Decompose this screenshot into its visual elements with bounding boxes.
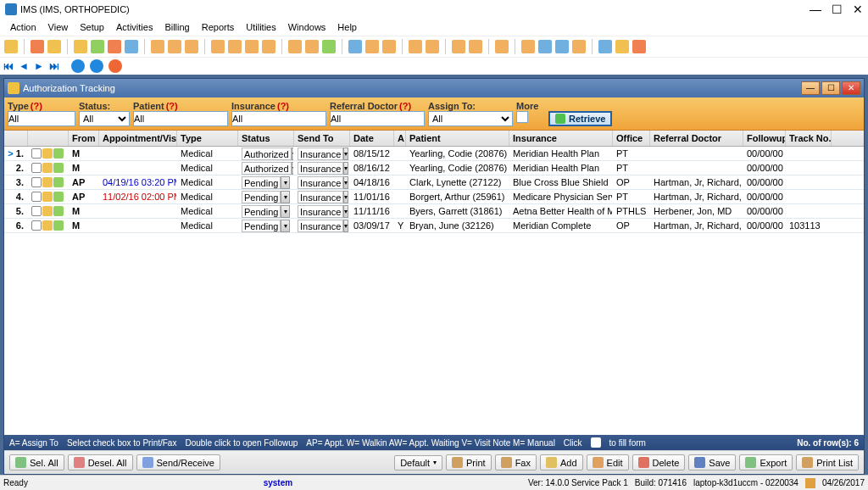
- patient-select[interactable]: [133, 111, 228, 126]
- tb-icon[interactable]: [168, 40, 181, 53]
- col-patient[interactable]: Patient: [406, 131, 509, 146]
- tb-icon[interactable]: [4, 40, 18, 53]
- sendto-dropdown[interactable]: ▾: [343, 205, 348, 218]
- menu-reports[interactable]: Reports: [197, 20, 240, 34]
- status-dropdown[interactable]: ▾: [281, 205, 290, 218]
- menu-windows[interactable]: Windows: [283, 20, 331, 34]
- select-all-button[interactable]: Sel. All: [9, 454, 64, 471]
- tb-icon[interactable]: [555, 40, 569, 53]
- stop-icon[interactable]: [108, 59, 122, 73]
- tb-icon[interactable]: [262, 40, 275, 53]
- note-icon[interactable]: [42, 177, 53, 187]
- tb-icon[interactable]: [382, 40, 396, 53]
- action-icon[interactable]: [53, 192, 64, 202]
- export-button[interactable]: Export: [739, 454, 793, 471]
- send-receive-button[interactable]: Send/Receive: [136, 454, 221, 471]
- status-dropdown[interactable]: ▾: [281, 191, 290, 203]
- menu-activities[interactable]: Activities: [111, 20, 158, 34]
- tb-icon[interactable]: [365, 40, 379, 53]
- maximize-button[interactable]: ☐: [832, 3, 843, 16]
- note-icon[interactable]: [42, 163, 53, 173]
- row-checkbox[interactable]: [31, 206, 42, 216]
- tb-icon[interactable]: [469, 40, 482, 53]
- add-button[interactable]: Add: [540, 454, 583, 471]
- tb-icon[interactable]: [125, 40, 138, 53]
- sendto-dropdown[interactable]: ▾: [343, 148, 348, 160]
- action-icon[interactable]: [53, 148, 64, 159]
- tb-icon[interactable]: [245, 40, 259, 53]
- tb-icon[interactable]: [74, 40, 87, 53]
- table-row[interactable]: 5.MMedicalPending▾Insurance▾11/11/16Byer…: [4, 204, 864, 219]
- col-trackno[interactable]: Track No.: [786, 131, 832, 146]
- nav-first-icon[interactable]: ⏮: [3, 60, 14, 72]
- tb-icon[interactable]: [538, 40, 552, 53]
- table-row[interactable]: > 1.MMedicalAuthorized▾Insurance▾08/15/1…: [4, 147, 864, 161]
- menu-utilities[interactable]: Utilities: [241, 20, 281, 34]
- tb-icon[interactable]: [91, 40, 104, 53]
- menu-billing[interactable]: Billing: [159, 20, 194, 34]
- tb-icon[interactable]: [322, 40, 336, 53]
- tb-icon[interactable]: [409, 40, 422, 53]
- status-dropdown[interactable]: ▾: [281, 220, 290, 232]
- table-row[interactable]: 6.MMedicalPending▾Insurance▾03/09/17YBry…: [4, 219, 864, 233]
- print-list-button[interactable]: Print List: [796, 454, 859, 471]
- table-row[interactable]: 2.MMedicalAuthorized▾Insurance▾08/16/12Y…: [4, 161, 864, 175]
- tb-icon[interactable]: [598, 40, 612, 53]
- fax-button[interactable]: Fax: [495, 454, 537, 471]
- help-icon[interactable]: [90, 59, 103, 73]
- action-icon[interactable]: [53, 220, 64, 231]
- note-icon[interactable]: [42, 192, 53, 202]
- save-button[interactable]: Save: [688, 454, 736, 471]
- sendto-dropdown[interactable]: ▾: [343, 176, 348, 189]
- type-select[interactable]: [8, 111, 75, 126]
- tb-icon[interactable]: [47, 40, 61, 53]
- sendto-dropdown[interactable]: ▾: [343, 191, 348, 203]
- print-button[interactable]: Print: [446, 454, 492, 471]
- row-checkbox[interactable]: [31, 192, 42, 202]
- action-icon[interactable]: [53, 206, 64, 216]
- row-checkbox[interactable]: [31, 220, 42, 231]
- tb-icon[interactable]: [572, 40, 586, 53]
- close-button[interactable]: ✕: [853, 3, 863, 16]
- col-office[interactable]: Office: [613, 131, 650, 146]
- tb-icon[interactable]: [185, 40, 198, 53]
- mdi-minimize-button[interactable]: —: [801, 81, 820, 95]
- deselect-all-button[interactable]: Desel. All: [68, 454, 133, 471]
- refresh-icon[interactable]: [71, 59, 85, 73]
- tb-icon[interactable]: [151, 40, 164, 53]
- status-select[interactable]: All: [79, 111, 130, 126]
- action-icon[interactable]: [53, 163, 64, 173]
- menu-help[interactable]: Help: [332, 20, 362, 34]
- tb-icon[interactable]: [348, 40, 362, 53]
- retrieve-button[interactable]: Retrieve: [548, 111, 612, 126]
- nav-next-icon[interactable]: ►: [34, 60, 44, 72]
- note-icon[interactable]: [42, 148, 53, 159]
- row-checkbox[interactable]: [31, 148, 42, 159]
- default-select[interactable]: Default▾: [394, 455, 442, 471]
- note-icon[interactable]: [42, 206, 53, 216]
- tb-icon[interactable]: [211, 40, 225, 53]
- minimize-button[interactable]: —: [810, 3, 821, 16]
- tb-icon[interactable]: [108, 40, 121, 53]
- tb-icon[interactable]: [615, 40, 629, 53]
- status-dropdown[interactable]: ▾: [281, 176, 290, 189]
- nav-last-icon[interactable]: ⏭: [49, 60, 59, 72]
- more-checkbox[interactable]: [516, 111, 528, 123]
- col-type[interactable]: Type: [177, 131, 238, 146]
- menu-setup[interactable]: Setup: [75, 20, 109, 34]
- col-appt[interactable]: Appointment/Visit: [99, 131, 177, 146]
- delete-button[interactable]: Delete: [632, 454, 686, 471]
- note-icon[interactable]: [42, 220, 53, 231]
- tb-icon[interactable]: [305, 40, 319, 53]
- tb-icon[interactable]: [495, 40, 509, 53]
- col-sendto[interactable]: Send To: [294, 131, 350, 146]
- sendto-dropdown[interactable]: ▾: [343, 220, 348, 232]
- table-row[interactable]: 4.AP11/02/16 02:00 PMMedicalPending▾Insu…: [4, 190, 864, 204]
- tb-icon[interactable]: [426, 40, 439, 53]
- menu-view[interactable]: View: [43, 20, 74, 34]
- col-date[interactable]: Date: [350, 131, 394, 146]
- tb-icon[interactable]: [452, 40, 465, 53]
- assign-select[interactable]: All: [428, 111, 513, 126]
- col-status[interactable]: Status: [238, 131, 294, 146]
- tb-icon[interactable]: [632, 40, 646, 53]
